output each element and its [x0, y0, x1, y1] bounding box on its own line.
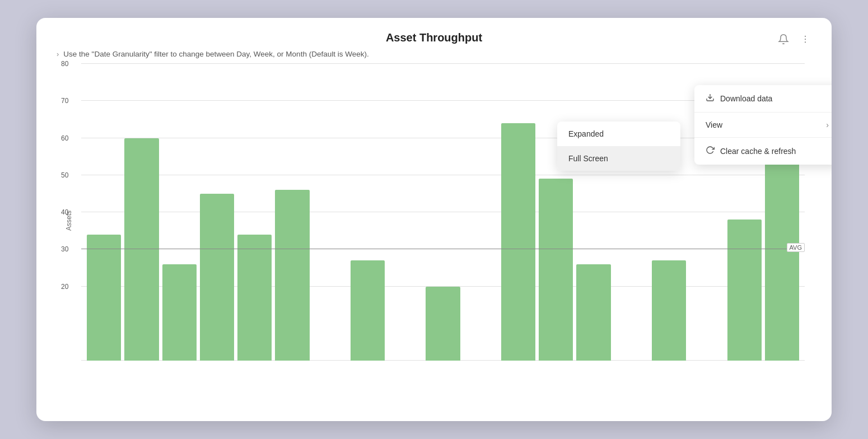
refresh-icon [706, 146, 715, 157]
more-options-button[interactable] [797, 32, 814, 46]
bar-17 [727, 220, 762, 361]
bar-15 [652, 260, 686, 361]
bar-5 [275, 190, 309, 361]
download-label: Download data [720, 94, 772, 103]
chart-header: Asset Throughput [54, 31, 814, 44]
svg-point-2 [805, 41, 806, 43]
context-menu-options: Download data View › Clear cache & refre… [694, 85, 832, 165]
svg-point-0 [805, 36, 806, 37]
menu-item-clear-cache[interactable]: Clear cache & refresh [694, 138, 832, 165]
y-tick-60: 60 [61, 134, 68, 142]
menu-item-download[interactable]: Download data [694, 85, 832, 112]
y-tick-80: 80 [61, 60, 68, 68]
clear-cache-label: Clear cache & refresh [720, 147, 796, 156]
bar-13 [576, 264, 610, 361]
avg-label: AVG [787, 243, 805, 252]
info-row: › Use the "Date Granularity" filter to c… [57, 50, 814, 58]
bar-1 [124, 138, 158, 361]
menu-item-expanded[interactable]: Expanded [557, 122, 680, 146]
chart-title: Asset Throughput [386, 31, 482, 44]
bar-9 [426, 287, 460, 361]
bar-11 [501, 123, 535, 361]
menu-item-fullscreen[interactable]: Full Screen [557, 146, 680, 171]
expanded-label: Expanded [568, 129, 604, 138]
download-icon [706, 93, 715, 104]
y-tick-70: 70 [61, 97, 68, 105]
chevron-icon: › [57, 50, 59, 58]
avg-line: AVG [81, 249, 805, 249]
menu-item-view[interactable]: View › [694, 113, 832, 137]
bar-3 [200, 194, 234, 361]
info-text: Use the "Date Granularity" filter to cha… [63, 50, 368, 58]
bar-4 [237, 235, 272, 361]
bar-7 [351, 260, 385, 361]
y-tick-50: 50 [61, 171, 68, 179]
fullscreen-label: Full Screen [568, 154, 608, 163]
bell-icon-button[interactable] [774, 31, 792, 47]
main-window: Asset Throughput › Use the "Date Granula… [36, 18, 832, 421]
bar-2 [162, 264, 197, 361]
view-label: View [706, 120, 722, 129]
header-icons [774, 31, 814, 47]
context-menu-view: Expanded Full Screen [557, 122, 680, 171]
view-arrow-icon: › [826, 120, 829, 129]
bar-12 [539, 179, 573, 361]
y-tick-30: 30 [61, 245, 68, 253]
y-tick-20: 20 [61, 283, 68, 291]
bar-0 [87, 235, 121, 361]
svg-point-1 [805, 39, 806, 40]
y-tick-40: 40 [61, 208, 68, 216]
